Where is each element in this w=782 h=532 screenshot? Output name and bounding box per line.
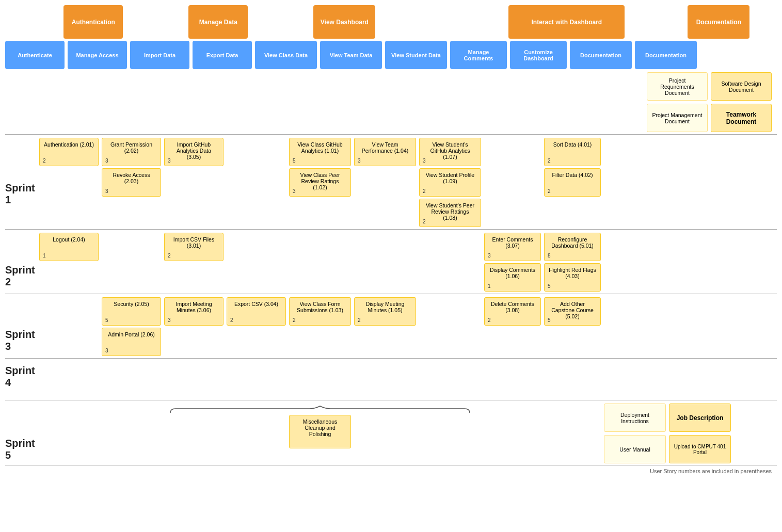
- card-grant-permission: Grant Permission (2.02) 3: [102, 138, 161, 166]
- subcat-doc2: Documentation: [635, 41, 697, 69]
- brace-svg: [165, 404, 475, 414]
- sprint2-label: Sprint 2: [5, 261, 36, 290]
- card-filter-data: Filter Data (4.02) 2: [544, 168, 601, 197]
- subcat-customize: Customize Dashboard: [510, 41, 567, 69]
- doc-deployment: Deployment Instructions: [604, 404, 666, 432]
- card-student-github: View Student's GitHub Analytics (1.07) 3: [419, 138, 481, 166]
- card-enter-comments: Enter Comments (3.07) 3: [484, 233, 541, 261]
- card-class-form-submissions: View Class Form Submissions (1.03) 2: [289, 297, 351, 326]
- sprint4-content: Sprint 4: [5, 362, 777, 391]
- subcategory-row: Authenticate Manage Access Import Data E…: [5, 41, 777, 69]
- card-import-csv: Import CSV Files (3.01) 2: [164, 233, 224, 261]
- sprint3-col3: Export CSV (3.04) 2: [227, 297, 286, 326]
- subcat-class: View Class Data: [255, 41, 317, 69]
- card-team-performance: View Team Performance (1.04) 3: [354, 138, 416, 166]
- sprint3-col7: Delete Comments (3.08) 2: [484, 297, 541, 326]
- doc-teamwork: Teamwork Document: [711, 104, 772, 132]
- card-import-meeting: Import Meeting Minutes (3.06) 3: [164, 297, 224, 326]
- sprint1-col2: Import GitHub Analytics Data (3.05) 3: [164, 138, 224, 166]
- sprint2-content: Sprint 2 Logout (2.04) 1: [5, 233, 777, 292]
- sprint3-label: Sprint 3: [5, 326, 36, 354]
- sprint3-col4: View Class Form Submissions (1.03) 2: [289, 297, 351, 326]
- card-admin-portal: Admin Portal (2.06) 3: [102, 328, 161, 356]
- category-row: Authentication Manage Data View Dashboar…: [5, 5, 777, 39]
- spacer2: [251, 5, 310, 39]
- sprint5-row: Miscellaneous Cleanup and Polishing Depl…: [39, 404, 777, 463]
- sprint2-col8: Reconfigure Dashboard (5.01) 8 Highlight…: [544, 233, 601, 292]
- sprint4-section: Sprint 4: [5, 358, 777, 398]
- card-student-peer-review: View Student's Peer Review Ratings (1.08…: [419, 199, 481, 227]
- card-delete-comments: Delete Comments (3.08) 2: [484, 297, 541, 326]
- card-misc-cleanup: Miscellaneous Cleanup and Polishing: [289, 415, 351, 448]
- card-view-class-peer: View Class Peer Review Ratings (1.02) 3: [289, 168, 351, 197]
- sprint1-col8: Sort Data (4.01) 2 Filter Data (4.02) 2: [544, 138, 601, 197]
- subcat-authenticate: Authenticate: [5, 41, 65, 69]
- footer-note: User Story numbers are included in paren…: [5, 465, 777, 476]
- subcat-comments: Manage Comments: [450, 41, 507, 69]
- sprint2-col7: Enter Comments (3.07) 3 Display Comments…: [484, 233, 541, 292]
- card-import-github: Import GitHub Analytics Data (3.05) 3: [164, 138, 224, 166]
- subcat-doc1: Documentation: [570, 41, 632, 69]
- card-logout: Logout (2.04) 1: [39, 233, 99, 261]
- doc-upload-cmput: Upload to CMPUT 401 Portal: [669, 435, 731, 463]
- sprint1-cards-area: Authentication (2.01) 2 Grant Permission…: [39, 138, 777, 227]
- sprint2-col0: Logout (2.04) 1: [39, 233, 99, 261]
- card-security: Security (2.05) 5: [102, 297, 161, 326]
- sprint4-label: Sprint 4: [5, 362, 36, 391]
- card-sort-data: Sort Data (4.01) 2: [544, 138, 601, 166]
- sprint1-section: Sprint 1 Authentication (2.01) 2: [5, 134, 777, 227]
- sprint3-col5: Display Meeting Minutes (1.05) 2: [354, 297, 416, 326]
- category-interact: Interact with Dashboard: [508, 5, 625, 39]
- sprint1-col5: View Team Performance (1.04) 3: [354, 138, 416, 166]
- sprint2-col2: Import CSV Files (3.01) 2: [164, 233, 224, 261]
- sprint2-row: Logout (2.04) 1 Import CSV Files (3.01) …: [39, 233, 777, 292]
- sprint3-col8: Add Other Capstone Course (5.02) 5: [544, 297, 601, 326]
- sprint1-label: Sprint 1: [5, 179, 36, 208]
- subcat-student: View Student Data: [385, 41, 447, 69]
- category-manage-data: Manage Data: [188, 5, 248, 39]
- doc-project-requirements: Project Requirements Document: [647, 72, 708, 101]
- sprint5-doc-col1: Deployment Instructions User Manual: [604, 404, 666, 463]
- spacer3: [378, 5, 440, 39]
- sprint1-content: Sprint 1 Authentication (2.01) 2: [5, 138, 777, 227]
- category-authentication: Authentication: [63, 5, 123, 39]
- sprint3-section: Sprint 3 Security (2.05) 5 Admin Portal …: [5, 294, 777, 356]
- spacer5: [628, 5, 684, 39]
- card-view-class-github: View Class GitHub Analytics (1.01) 5: [289, 138, 351, 166]
- card-auth-2.01: Authentication (2.01) 2: [39, 138, 99, 166]
- sprint1-col1: Grant Permission (2.02) 3 Revoke Access …: [102, 138, 161, 197]
- sprint1-col6: View Student's GitHub Analytics (1.07) 3…: [419, 138, 481, 227]
- main-container: Authentication Manage Data View Dashboar…: [0, 0, 782, 481]
- sprint3-col2: Import Meeting Minutes (3.06) 3: [164, 297, 224, 326]
- card-reconfigure-dashboard: Reconfigure Dashboard (5.01) 8: [544, 233, 601, 261]
- subcat-import: Import Data: [130, 41, 189, 69]
- sprint2-section: Sprint 2 Logout (2.04) 1: [5, 229, 777, 292]
- sprint3-col1: Security (2.05) 5 Admin Portal (2.06) 3: [102, 297, 161, 356]
- sprint3-content: Sprint 3 Security (2.05) 5 Admin Portal …: [5, 297, 777, 356]
- card-export-csv: Export CSV (3.04) 2: [227, 297, 286, 326]
- doc-project-management: Project Management Document: [647, 104, 708, 132]
- card-highlight-red-flags: Highlight Red Flags (4.03) 5: [544, 263, 601, 292]
- category-documentation: Documentation: [688, 5, 749, 39]
- sprint4-spacer: [5, 391, 777, 398]
- card-student-profile: View Student Profile (1.09) 2: [419, 168, 481, 197]
- subcat-team: View Team Data: [320, 41, 382, 69]
- doc-user-manual: User Manual: [604, 435, 666, 463]
- sprint5-section: Sprint 5: [5, 400, 777, 463]
- sprint5-label: Sprint 5: [5, 434, 36, 463]
- sprint2-cards-area: Logout (2.04) 1 Import CSV Files (3.01) …: [39, 233, 777, 292]
- sprint5-content: Sprint 5: [5, 404, 777, 463]
- card-display-meeting: Display Meeting Minutes (1.05) 2: [354, 297, 416, 326]
- sprint5-doc-col2: Job Description Upload to CMPUT 401 Port…: [669, 404, 731, 463]
- sprint5-col4: Miscellaneous Cleanup and Polishing: [289, 404, 351, 448]
- doc-job-description: Job Description: [669, 404, 731, 432]
- sprint5-cards-area: Miscellaneous Cleanup and Polishing Depl…: [39, 404, 777, 463]
- spacer4: [443, 5, 505, 39]
- sprint3-cards-area: Security (2.05) 5 Admin Portal (2.06) 3 …: [39, 297, 777, 356]
- doc-software-design: Software Design Document: [711, 72, 772, 101]
- card-add-capstone: Add Other Capstone Course (5.02) 5: [544, 297, 601, 326]
- sprint3-row: Security (2.05) 5 Admin Portal (2.06) 3 …: [39, 297, 777, 356]
- category-view-dashboard: View Dashboard: [313, 5, 375, 39]
- sprint1-row: Authentication (2.01) 2 Grant Permission…: [39, 138, 777, 227]
- spacer: [126, 5, 185, 39]
